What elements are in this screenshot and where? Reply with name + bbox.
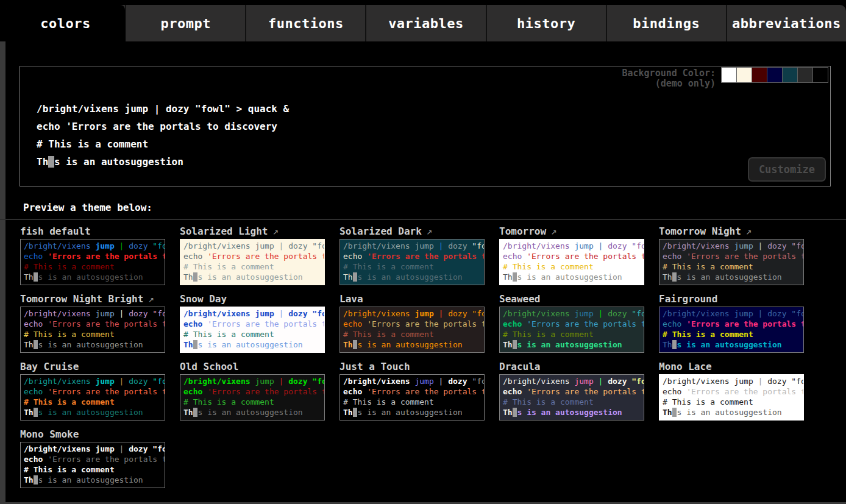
theme-preview-box[interactable]: /bright/vixens jump | dozy "fowl" > quac… [499, 374, 644, 421]
theme-preview-box[interactable]: /bright/vixens jump | dozy "fowl" > quac… [20, 374, 165, 421]
code-segment-path: /bright/vixens [343, 309, 414, 318]
code-segment-path: /bright/vixens [24, 309, 95, 318]
sample-line-4: This is an autosuggestion [663, 339, 800, 350]
background-swatch-5[interactable] [782, 67, 798, 83]
tab-functions[interactable]: functions [245, 5, 365, 41]
tab-bar: colorspromptfunctionsvariableshistorybin… [6, 5, 846, 41]
sample-line-2: echo 'Errors are the portals to discover… [37, 118, 289, 135]
theme-preview-box[interactable]: /bright/vixens jump | dozy "fowl" > quac… [499, 307, 644, 353]
code-segment-quote: "fowl" [472, 377, 485, 386]
code-segment-quote: "fowl" [472, 241, 485, 250]
code-segment-quote: "fowl" [152, 309, 165, 318]
code-segment-param: dozy [448, 377, 472, 386]
code-segment-error: 'Errors are the portals to discovery [66, 121, 277, 132]
code-segment-fg: Th [663, 340, 672, 349]
theme-preview-box[interactable]: /bright/vixens jump | dozy "fowl" > quac… [339, 307, 485, 353]
code-segment-comment: # This is a comment [343, 262, 434, 271]
code-segment-param: dozy [129, 309, 152, 318]
code-segment-command: jump [734, 241, 758, 250]
background-swatch-6[interactable] [797, 67, 813, 83]
sample-line-4: This is an autosuggestion [24, 272, 162, 282]
code-segment-fg: Th [663, 408, 672, 417]
code-segment-echo: echo [663, 252, 686, 261]
code-segment-pipe: | [599, 377, 608, 386]
theme-preview-box[interactable]: /bright/vixens jump | dozy "fowl" > quac… [659, 307, 804, 353]
code-segment-quote: "fowl" [152, 444, 165, 453]
background-swatch-3[interactable] [752, 67, 767, 83]
code-segment-command: jump [95, 309, 119, 318]
tab-variables[interactable]: variables [365, 5, 485, 41]
sample-line-1: /bright/vixens jump | dozy "fowl" > quac… [663, 241, 800, 251]
code-segment-param: dozy [288, 377, 312, 386]
theme-preview-box[interactable]: /bright/vixens jump | dozy "fowl" > quac… [339, 374, 485, 421]
sample-line-2: echo 'Errors are the portals to discover… [183, 251, 321, 261]
customize-button[interactable]: Customize [748, 157, 826, 182]
external-link-icon[interactable]: ↗ [746, 225, 752, 237]
theme-preview-box[interactable]: /bright/vixens jump | dozy "fowl" > quac… [339, 239, 485, 285]
theme-preview-box[interactable]: /bright/vixens jump | dozy "fowl" > quac… [180, 307, 325, 353]
theme-preview-box[interactable]: /bright/vixens jump | dozy "fowl" > quac… [20, 442, 165, 488]
background-swatch-2[interactable] [736, 67, 752, 83]
sample-line-2: echo 'Errors are the portals to discover… [343, 319, 481, 329]
background-swatch-1[interactable] [721, 67, 737, 83]
code-segment-param: dozy [767, 241, 791, 250]
tab-colors[interactable]: colors [6, 5, 125, 41]
external-link-icon[interactable]: ↗ [273, 225, 279, 237]
code-segment-fg: Th [183, 340, 193, 349]
code-segment-error: 'Errors are the portals to discovery [48, 387, 165, 396]
theme-preview-box[interactable]: /bright/vixens jump | dozy "fowl" > quac… [20, 239, 165, 285]
theme-title: Tomorrow Night↗ [659, 225, 804, 238]
code-segment-echo: echo [24, 252, 48, 261]
tab-prompt[interactable]: prompt [125, 5, 245, 41]
sample-line-4: This is an autosuggestion [183, 339, 321, 350]
code-segment-error: 'Errors are the portals to discovery [686, 252, 804, 261]
background-swatch-4[interactable] [767, 67, 783, 83]
code-segment-autosuggestion: s is an autosuggestion [357, 340, 462, 349]
theme-card: Bay Cruise/bright/vixens jump | dozy "fo… [20, 361, 165, 421]
theme-card: Mono Smoke/bright/vixens jump | dozy "fo… [20, 428, 165, 488]
code-segment-path: /bright/vixens [503, 241, 574, 250]
sample-line-4: This is an autosuggestion [663, 272, 800, 282]
theme-preview-box[interactable]: /bright/vixens jump | dozy "fowl" > quac… [180, 374, 325, 421]
code-segment-param: dozy [767, 377, 791, 386]
theme-title: Tomorrow↗ [499, 225, 644, 238]
external-link-icon[interactable]: ↗ [551, 225, 557, 237]
code-segment-pipe: | [119, 241, 129, 250]
code-segment-param: dozy [448, 309, 472, 318]
code-segment-redirect: > [236, 103, 248, 115]
external-link-icon[interactable]: ↗ [427, 225, 433, 237]
sample-line-4: This is an autosuggestion [24, 339, 162, 350]
sample-line-1: /bright/vixens jump | dozy "fowl" > quac… [183, 241, 321, 251]
tab-bindings[interactable]: bindings [606, 5, 726, 41]
theme-preview-box[interactable]: /bright/vixens jump | dozy "fowl" > quac… [659, 374, 804, 421]
sample-line-1: /bright/vixens jump | dozy "fowl" > quac… [663, 376, 800, 386]
code-segment-echo: echo [37, 121, 66, 132]
code-segment-command: jump [255, 241, 279, 250]
code-segment-fg: Th [343, 340, 353, 349]
sample-line-1: /bright/vixens jump | dozy "fowl" > quac… [343, 308, 481, 319]
code-segment-echo: echo [663, 319, 686, 328]
tab-abbreviations[interactable]: abbreviations [726, 5, 846, 41]
code-segment-command: jump [734, 309, 758, 318]
theme-title: Dracula [499, 361, 644, 373]
tab-history[interactable]: history [486, 5, 606, 41]
external-link-icon[interactable]: ↗ [148, 293, 154, 305]
background-swatch-7[interactable] [812, 67, 828, 83]
sample-line-4: This is an autosuggestion [503, 339, 641, 350]
code-segment-quote: "fowl" [195, 103, 236, 115]
sample-line-3: # This is a comment [503, 329, 641, 339]
code-segment-error: 'Errors are the portals to discovery [207, 387, 325, 396]
theme-preview-box[interactable]: /bright/vixens jump | dozy "fowl" > quac… [20, 307, 165, 353]
theme-preview-box[interactable]: /bright/vixens jump | dozy "fowl" > quac… [659, 239, 804, 285]
theme-card: Mono Lace/bright/vixens jump | dozy "fow… [659, 361, 804, 421]
sample-line-3: # This is a comment [503, 261, 641, 272]
code-segment-pipe: | [758, 309, 768, 318]
theme-preview-box[interactable]: /bright/vixens jump | dozy "fowl" > quac… [180, 239, 325, 285]
theme-preview-box[interactable]: /bright/vixens jump | dozy "fowl" > quac… [499, 239, 644, 285]
code-segment-autosuggestion: s is an autosuggestion [54, 156, 183, 168]
code-segment-error: 'Errors are the portals to discovery [686, 387, 804, 396]
theme-title: Solarized Dark↗ [339, 225, 485, 238]
code-segment-path: /bright/vixens [183, 309, 255, 318]
code-segment-path: /bright/vixens [663, 241, 734, 250]
code-segment-comment: # This is a comment [663, 397, 753, 406]
